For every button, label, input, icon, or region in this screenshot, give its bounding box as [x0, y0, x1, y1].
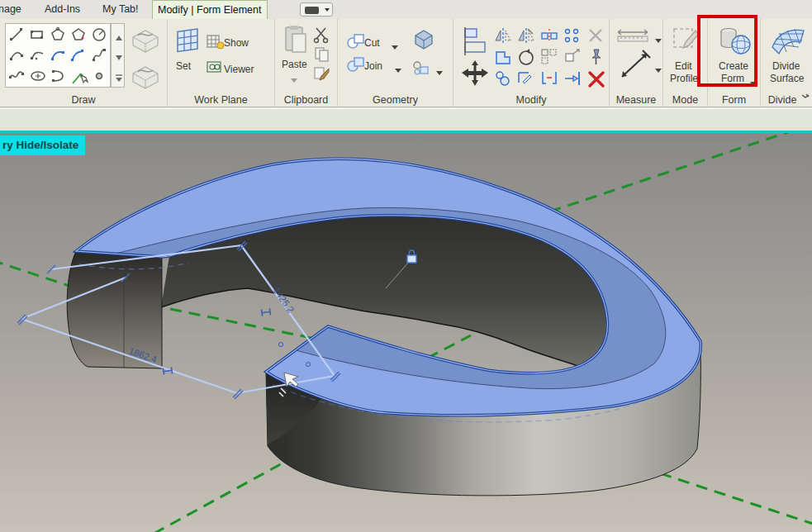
ribbon-display-toggle-button[interactable]	[300, 2, 333, 17]
join-dropdown-icon[interactable]	[394, 62, 402, 77]
panel-label-form[interactable]: Form	[708, 94, 760, 106]
draw-circle-icon[interactable]	[91, 26, 107, 46]
panel-label-work-plane[interactable]: Work Plane	[168, 94, 274, 106]
move-icon[interactable]	[460, 59, 490, 92]
panel-draw: Draw	[0, 19, 168, 107]
ribbon-panels: Draw Set Show Viewer Work Plane Paste Cl…	[0, 19, 812, 107]
measure2-dropdown-icon[interactable]	[654, 62, 662, 77]
pin-icon[interactable]	[586, 47, 605, 70]
panel-label-geometry[interactable]: Geometry	[338, 94, 453, 106]
hide-isolate-badge[interactable]: ry Hide/Isolate	[0, 135, 85, 155]
show-work-plane-icon[interactable]	[206, 32, 226, 54]
edit-profile-button-line1[interactable]: Edit	[675, 60, 692, 72]
draw-center-arc-icon[interactable]	[29, 47, 45, 67]
draw-ellipse-icon[interactable]	[29, 68, 47, 88]
scale-icon[interactable]	[563, 47, 582, 70]
array-grid-icon[interactable]	[539, 47, 559, 70]
draw-partial-ellipse-icon[interactable]	[50, 68, 66, 88]
divide-surface-button-line2[interactable]: Surface	[770, 73, 804, 84]
paste-dropdown-icon[interactable]	[290, 72, 298, 87]
tab-my-tab[interactable]: My Tab!	[97, 0, 144, 19]
draw-point-icon[interactable]	[91, 68, 107, 88]
draw-circumscribed-polygon-icon[interactable]	[70, 26, 87, 46]
coping-icon[interactable]	[493, 47, 513, 70]
match-type-icon[interactable]	[313, 65, 331, 87]
tab-add-ins[interactable]: Add-Ins	[40, 0, 85, 19]
divide-surface-icon[interactable]	[769, 22, 807, 60]
paint-icon[interactable]	[411, 59, 434, 80]
split-element-icon[interactable]	[539, 26, 559, 49]
draw-arc-icon[interactable]	[8, 47, 25, 67]
cut-clipboard-icon[interactable]	[313, 26, 331, 47]
edit-profile-button-line2[interactable]: Profile	[670, 73, 698, 84]
divide-surface-button-line1[interactable]: Divide	[772, 60, 800, 72]
rotate-icon[interactable]	[516, 47, 536, 70]
ribbon-display-icon	[305, 7, 319, 14]
expand-gallery-icon[interactable]	[114, 72, 124, 87]
viewer-button[interactable]: Viewer	[224, 64, 254, 75]
demolish-icon[interactable]	[493, 69, 513, 92]
tab-manage-partial[interactable]: nage	[0, 0, 26, 19]
cut-geometry-button[interactable]: Cut	[364, 37, 380, 49]
scroll-down-icon[interactable]	[114, 50, 124, 65]
panel-form: Create Form Form	[708, 19, 761, 107]
panel-label-clipboard[interactable]: Clipboard	[275, 94, 337, 106]
trim-extend-icon[interactable]	[516, 69, 536, 92]
paint-dropdown-icon[interactable]	[435, 64, 444, 79]
draw-spline-icon[interactable]	[91, 47, 107, 67]
panel-clipboard: Paste Clipboard	[275, 19, 338, 107]
panel-geometry: Cut Join Geometry	[338, 19, 453, 107]
draw-fillet-arc-icon[interactable]	[70, 47, 87, 67]
paste-icon[interactable]	[282, 24, 310, 60]
panel-label-draw[interactable]: Draw	[0, 94, 167, 106]
viewport-canvas[interactable]: 1862.4 1425.2	[0, 133, 812, 532]
array-icon[interactable]	[563, 26, 582, 49]
viewer-icon[interactable]	[206, 59, 226, 80]
panel-modify: Modify	[453, 19, 610, 107]
ungroup-icon[interactable]	[586, 26, 605, 49]
measure-ruler-icon[interactable]	[615, 27, 653, 47]
model-line-mode-icon[interactable]	[128, 26, 163, 60]
draw-spline-points-icon[interactable]	[8, 68, 25, 88]
draw-inscribed-polygon-icon[interactable]	[50, 26, 66, 46]
ribbon-tab-row: nage Add-Ins My Tab! Modify | Form Eleme…	[0, 0, 812, 19]
tab-modify-form-element[interactable]: Modify | Form Element	[152, 0, 268, 19]
reference-line-mode-icon[interactable]	[128, 62, 163, 97]
mirror-pick-axis-icon[interactable]	[493, 26, 513, 49]
create-form-highlight-box	[697, 15, 757, 87]
draw-line-icon[interactable]	[8, 26, 25, 46]
panel-measure: Measure	[610, 19, 663, 107]
draw-rectangle-icon[interactable]	[29, 26, 45, 46]
panel-label-modify[interactable]: Modify	[453, 94, 609, 106]
draw-tangent-arc-icon[interactable]	[50, 47, 66, 67]
paste-button[interactable]: Paste	[282, 59, 307, 70]
chevron-down-icon	[325, 8, 330, 12]
draw-pick-lines-icon[interactable]	[70, 68, 88, 89]
panel-label-measure[interactable]: Measure	[610, 94, 662, 106]
extend-icon[interactable]	[563, 69, 582, 92]
viewport-3d: 1862.4 1425.2 ry Hide/Isolate	[0, 133, 812, 532]
set-work-plane-icon[interactable]	[174, 26, 202, 59]
trim-corner-icon[interactable]	[539, 69, 559, 92]
copy-icon[interactable]	[313, 45, 331, 67]
scroll-up-icon[interactable]	[114, 31, 124, 45]
solid-box-icon[interactable]	[411, 27, 437, 55]
options-bar	[0, 108, 812, 131]
align-icon[interactable]	[458, 26, 490, 60]
measure-between-icon[interactable]	[618, 49, 653, 85]
mirror-draw-axis-icon[interactable]	[516, 26, 536, 49]
measure-dropdown-icon[interactable]	[654, 32, 662, 47]
panel-work-plane: Set Show Viewer Work Plane	[168, 19, 275, 107]
show-button[interactable]: Show	[224, 37, 249, 49]
panel-label-mode[interactable]: Mode	[663, 94, 707, 106]
join-geometry-button[interactable]: Join	[364, 60, 382, 72]
panel-overflow-icon[interactable]	[800, 89, 810, 104]
set-button[interactable]: Set	[176, 60, 191, 72]
join-geometry-icon[interactable]	[346, 55, 366, 77]
delete-icon[interactable]	[586, 69, 607, 93]
draw-scroll-column	[111, 23, 125, 88]
cut-geometry-icon[interactable]	[346, 32, 366, 54]
cut-dropdown-icon[interactable]	[391, 39, 399, 54]
panel-divide: Divide Surface Divide	[761, 19, 812, 107]
